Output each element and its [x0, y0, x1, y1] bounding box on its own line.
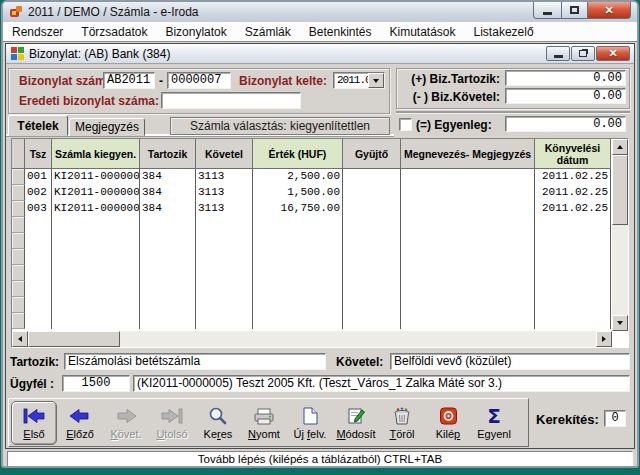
toolbar-button-label: Új felv. [294, 428, 327, 440]
grid-cell [196, 265, 253, 281]
menu-item-2[interactable]: Törzsadatok [72, 22, 156, 41]
table-row[interactable]: 003KI2011-0000001384311316,750.002011.02… [12, 201, 628, 217]
grid-cell: KI2011-0000001 [52, 201, 140, 217]
row-selector[interactable] [12, 313, 25, 329]
grid-cell [52, 249, 140, 265]
app-title: 2011 / DEMO / Számla - e-Iroda [28, 5, 199, 19]
toolbar-button-egyenl[interactable]: ΣEgyenl [471, 401, 517, 445]
row-selector[interactable] [12, 281, 25, 297]
toolbar-button-keres[interactable]: Keres [195, 401, 241, 445]
menu-item-3[interactable]: Bizonylatok [156, 22, 235, 41]
tartozik-field[interactable]: Elszámolási betétszámla [64, 353, 326, 370]
table-row-empty [12, 217, 628, 233]
app-window: 2011 / DEMO / Számla - e-Iroda ✕ Rendsze… [1, 0, 639, 468]
row-selector[interactable] [12, 265, 25, 281]
grid-cell [25, 297, 52, 313]
kovetel-field[interactable]: Belföldi vevő (közület) [390, 353, 630, 370]
toolbar-button-utols: Utolsó [149, 401, 195, 445]
column-header: Tartozik [140, 139, 196, 169]
kerekites-field[interactable]: 0 [604, 410, 626, 427]
grid-cell [343, 201, 401, 217]
doc-minimize-button[interactable] [546, 46, 570, 61]
document-title: Bizonylat: (AB) Bank (384) [29, 47, 170, 61]
status-bar: Tovább lépés (kilépés a táblázatból) CTR… [7, 451, 633, 467]
tartozik-label: Tartozik: [10, 355, 59, 369]
scroll-up-button[interactable] [612, 139, 628, 155]
maximize-button[interactable] [561, 2, 588, 19]
close-button[interactable]: ✕ [587, 2, 631, 19]
biz-tartozik-label: (+) Biz.Tartozik: [396, 72, 500, 86]
table-row-empty [12, 233, 628, 249]
toolbar-button--j-felv[interactable]: Új felv. [287, 401, 333, 445]
toolbar-button-label: Kilép [436, 428, 460, 440]
bizonylat-prefix-field[interactable]: AB2011 [103, 72, 155, 89]
row-selector[interactable] [12, 217, 25, 233]
table-row-empty [12, 281, 628, 297]
menu-item-7[interactable]: Listakezelő [465, 22, 543, 41]
grid-cell: 2011.02.25 [535, 201, 611, 217]
horizontal-scroll-thumb[interactable] [28, 331, 120, 347]
document-titlebar[interactable]: Bizonylat: (AB) Bank (384) ✕ [6, 44, 634, 64]
status-text: Tovább lépés (kilépés a táblázatból) CTR… [198, 453, 442, 465]
row-selector[interactable] [12, 185, 25, 201]
scroll-down-button[interactable] [612, 315, 628, 331]
toolbar-button-t-r-l[interactable]: Töröl [379, 401, 425, 445]
toolbar-button-nyomt[interactable]: Nyomt [241, 401, 287, 445]
document-body: Bizonylat száma: AB2011 - 0000007 Bizony… [6, 64, 634, 448]
biz-kovetel-field[interactable]: 0.00 [505, 88, 626, 104]
column-header: Megnevezés- Megjegyzés [401, 139, 535, 169]
kovetel-label: Követel: [336, 355, 383, 369]
minimize-button[interactable] [533, 2, 562, 19]
grid-cell [52, 297, 140, 313]
doc-restore-button[interactable] [571, 46, 595, 61]
doc-close-button[interactable]: ✕ [596, 46, 630, 61]
row-selector[interactable] [12, 201, 25, 217]
table-row[interactable]: 001KI2011-000000538431132,500.002011.02.… [12, 169, 628, 185]
menu-item-6[interactable]: Kimutatások [381, 22, 465, 41]
grid-cell: 003 [25, 201, 52, 217]
grid-cell [343, 249, 401, 265]
toolbar-button-m-dos-t[interactable]: Módosít [333, 401, 379, 445]
next-icon [113, 405, 139, 427]
grid-cell [535, 233, 611, 249]
grid-cell [401, 297, 535, 313]
row-selector[interactable] [12, 233, 25, 249]
scroll-right-button[interactable] [596, 331, 612, 347]
grid-cell [52, 281, 140, 297]
vertical-scroll-thumb[interactable] [612, 155, 628, 225]
grid-cell [343, 169, 401, 185]
ugyfel-label: Ügyfél : [10, 377, 54, 391]
row-selector[interactable] [12, 297, 25, 313]
ugyfel-name-field[interactable]: (KI2011-0000005) Teszt 2005 Kft. (Teszt_… [133, 375, 630, 392]
grid-cell [196, 249, 253, 265]
ugyfel-code-field[interactable]: 1500 [62, 375, 130, 392]
bizonylat-szama-label: Bizonylat száma: [19, 74, 116, 88]
desktop: 2011 / DEMO / Számla - e-Iroda ✕ Rendsze… [0, 0, 640, 475]
biz-tartozik-field[interactable]: 0.00 [505, 70, 626, 86]
grid-cell [253, 249, 343, 265]
menu-item-5[interactable]: Betenkintés [300, 22, 381, 41]
menu-item-4[interactable]: Számlák [236, 22, 300, 41]
kelte-dropdown-button[interactable] [368, 73, 384, 88]
grid-cell: 384 [140, 185, 196, 201]
szamla-valasztas-button[interactable]: Számla választás: kiegyenlítettlen [170, 117, 390, 135]
toolbar-button-kil-p[interactable]: Kilép [425, 401, 471, 445]
row-selector[interactable] [12, 169, 25, 185]
tab-2[interactable]: Megjegyzés [69, 118, 145, 136]
table-row[interactable]: 002KI2011-000000538431131,500.002011.02.… [12, 185, 628, 201]
toolbar-button-els[interactable]: Első [11, 401, 57, 445]
grid-cell [343, 281, 401, 297]
tab-1[interactable]: Tételek [8, 115, 68, 136]
menu-item-1[interactable]: Rendszer [3, 22, 72, 41]
app-caption-buttons: ✕ [534, 2, 631, 19]
toolbar-button-el-z[interactable]: Előző [57, 401, 103, 445]
scroll-left-button[interactable] [12, 331, 28, 347]
bizonylat-number-field[interactable]: 0000007 [167, 72, 231, 89]
egyenleg-field[interactable]: 0.00 [505, 116, 626, 132]
column-header: Érték (HUF) [253, 139, 343, 169]
app-titlebar[interactable]: 2011 / DEMO / Számla - e-Iroda ✕ [3, 2, 637, 22]
eredeti-bizonylat-field[interactable] [161, 92, 301, 109]
egyenleg-checkbox[interactable] [399, 118, 412, 131]
row-selector[interactable] [12, 249, 25, 265]
scroll-up-icon [617, 145, 623, 149]
